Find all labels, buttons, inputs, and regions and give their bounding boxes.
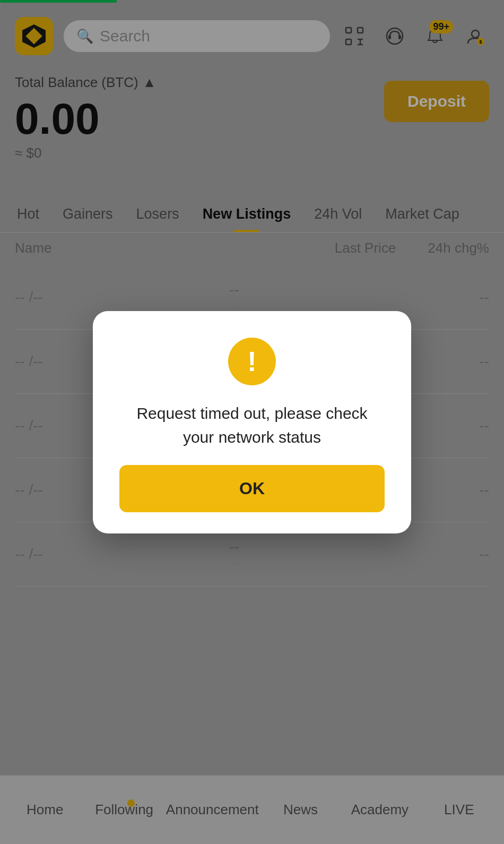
error-dialog: ! Request timed out, please check your n… xyxy=(93,311,411,533)
dialog-message: Request timed out, please check your net… xyxy=(119,401,385,449)
dialog-ok-button[interactable]: OK xyxy=(119,465,385,512)
modal-overlay: ! Request timed out, please check your n… xyxy=(0,0,504,844)
warning-icon: ! xyxy=(228,338,276,385)
